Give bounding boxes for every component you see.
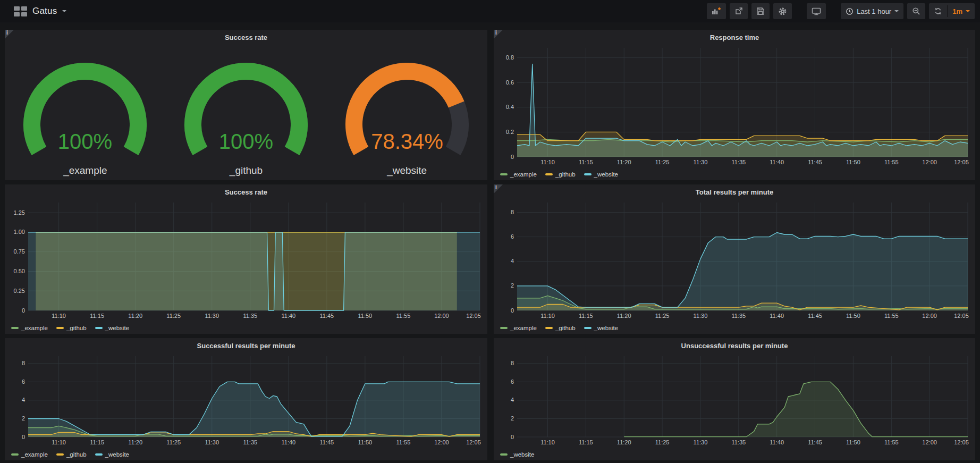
legend-item-_github[interactable]: _github (56, 451, 87, 458)
legend-item-_example[interactable]: _example (500, 171, 537, 178)
legend-series-label: _website (510, 451, 534, 458)
svg-text:11:15: 11:15 (579, 313, 593, 319)
legend-series-label: _example (510, 171, 537, 178)
svg-text:11:55: 11:55 (396, 439, 411, 445)
settings-button[interactable] (773, 3, 792, 19)
legend-series-label: _github (66, 451, 87, 458)
svg-text:11:30: 11:30 (694, 313, 708, 319)
save-button[interactable] (751, 3, 770, 19)
legend-series-color (56, 327, 64, 329)
gauge-arc: 78.34% (327, 50, 487, 165)
monitor-icon (812, 7, 821, 15)
svg-text:0.6: 0.6 (506, 79, 514, 86)
chart-total-results[interactable]: 11:1011:1511:2011:2511:3011:3511:4011:45… (498, 199, 971, 320)
legend-series-color (500, 327, 508, 329)
share-icon (734, 7, 743, 15)
legend: _example_github_website (500, 171, 618, 178)
gauge-arc: 100% (166, 50, 326, 165)
svg-text:11:25: 11:25 (655, 159, 670, 165)
legend-item-_example[interactable]: _example (11, 451, 48, 458)
panel-info-icon[interactable]: i (494, 184, 503, 193)
svg-text:12:00: 12:00 (922, 159, 937, 165)
svg-text:11:10: 11:10 (540, 439, 555, 445)
svg-text:11:45: 11:45 (808, 439, 822, 445)
svg-text:11:30: 11:30 (694, 439, 708, 445)
cycle-view-button[interactable] (807, 3, 826, 19)
legend-item-_website[interactable]: _website (95, 325, 129, 331)
svg-text:11:20: 11:20 (128, 313, 142, 319)
svg-text:12:00: 12:00 (922, 313, 937, 319)
panel-response-time: i Response time 11:1011:1511:2011:2511:3… (494, 30, 975, 180)
svg-text:11:10: 11:10 (52, 313, 66, 319)
svg-text:0.2: 0.2 (506, 129, 514, 135)
add-panel-icon (712, 7, 721, 15)
svg-text:11:35: 11:35 (731, 159, 746, 165)
legend-item-_example[interactable]: _example (11, 325, 48, 331)
legend-series-label: _example (510, 325, 537, 331)
refresh-interval-button[interactable]: 1m (948, 3, 975, 19)
gauge-value: 78.34% (371, 130, 443, 153)
panel-title[interactable]: Success rate (5, 30, 487, 44)
chart-success-rate[interactable]: 11:1011:1511:2011:2511:3011:3511:4011:45… (9, 199, 483, 320)
svg-text:0.4: 0.4 (506, 104, 514, 110)
legend-item-_github[interactable]: _github (545, 325, 576, 331)
panel-success-rate-graph: Success rate 11:1011:1511:2011:2511:3011… (5, 184, 487, 334)
panel-successful-results: Successful results per minute 11:1011:15… (5, 338, 487, 460)
svg-text:6: 6 (22, 378, 25, 385)
panel-title[interactable]: Total results per minute (494, 184, 975, 198)
legend-item-_github[interactable]: _github (545, 171, 576, 178)
legend-item-_website[interactable]: _website (584, 171, 618, 178)
legend-series-color (11, 327, 19, 329)
svg-text:12:05: 12:05 (954, 439, 969, 445)
caret-down-icon[interactable] (62, 10, 66, 12)
dashboard-title[interactable]: Gatus (32, 6, 57, 16)
svg-text:11:55: 11:55 (396, 313, 411, 319)
svg-text:11:55: 11:55 (884, 159, 899, 165)
svg-text:4: 4 (22, 397, 25, 403)
legend: _example_github_website (500, 325, 618, 331)
svg-text:11:40: 11:40 (281, 313, 295, 319)
gauge-website: 78.34% _website (327, 50, 487, 176)
refresh-button[interactable] (929, 3, 947, 19)
legend-series-label: _website (105, 451, 129, 458)
legend-item-_website[interactable]: _website (500, 451, 534, 458)
svg-text:2: 2 (511, 415, 514, 422)
panel-title[interactable]: Response time (494, 30, 975, 44)
legend-item-_github[interactable]: _github (56, 325, 87, 331)
svg-text:11:25: 11:25 (655, 313, 670, 319)
panel-title[interactable]: Success rate (5, 184, 487, 198)
svg-text:11:45: 11:45 (808, 313, 822, 319)
svg-text:6: 6 (511, 233, 514, 240)
svg-text:11:25: 11:25 (166, 439, 181, 445)
svg-text:8: 8 (511, 360, 514, 366)
panel-info-icon[interactable]: i (5, 30, 14, 39)
chart-successful-results[interactable]: 11:1011:1511:2011:2511:3011:3511:4011:45… (9, 353, 483, 447)
svg-text:0: 0 (511, 307, 514, 314)
share-button[interactable] (730, 3, 748, 19)
panel-title[interactable]: Unsuccessful results per minute (494, 338, 975, 352)
chart-response-time[interactable]: 11:1011:1511:2011:2511:3011:3511:4011:45… (498, 45, 971, 166)
time-range-button[interactable]: Last 1 hour (841, 3, 903, 19)
add-panel-button[interactable] (707, 3, 726, 19)
legend-series-color (584, 173, 592, 175)
svg-text:11:40: 11:40 (770, 313, 784, 319)
svg-text:11:15: 11:15 (579, 159, 593, 165)
zoom-out-button[interactable] (907, 3, 925, 19)
svg-text:11:50: 11:50 (846, 313, 860, 319)
svg-text:0.8: 0.8 (506, 54, 514, 61)
dashboards-grid-icon[interactable] (14, 6, 27, 16)
chart-unsuccessful-results[interactable]: 11:1011:1511:2011:2511:3011:3511:4011:45… (498, 353, 971, 447)
svg-text:11:40: 11:40 (281, 439, 295, 445)
panel-info-icon[interactable]: i (494, 30, 503, 39)
gauge-row: 100% _example 100% _github 78.34% _websi… (5, 44, 487, 176)
svg-text:11:15: 11:15 (90, 313, 104, 319)
legend-item-_example[interactable]: _example (500, 325, 537, 331)
legend-item-_website[interactable]: _website (95, 451, 129, 458)
legend-item-_website[interactable]: _website (584, 325, 618, 331)
svg-text:11:20: 11:20 (617, 439, 631, 445)
panel-title[interactable]: Successful results per minute (5, 338, 487, 352)
panel-total-results: i Total results per minute 11:1011:1511:… (494, 184, 975, 334)
svg-text:11:50: 11:50 (846, 159, 860, 165)
svg-text:6: 6 (511, 378, 514, 385)
svg-text:12:05: 12:05 (466, 313, 481, 319)
